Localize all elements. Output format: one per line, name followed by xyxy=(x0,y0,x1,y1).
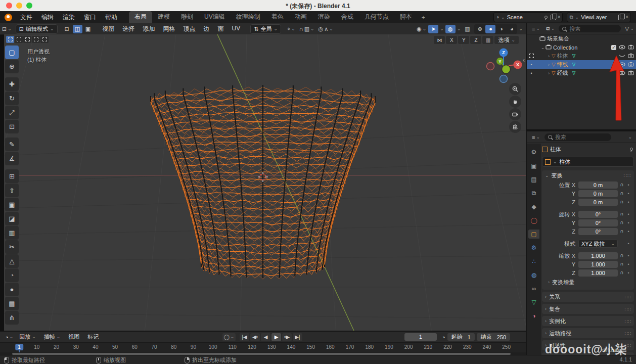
viewport-menu-item[interactable]: 边 xyxy=(200,25,214,33)
disclosure-icon[interactable]: › xyxy=(546,62,552,67)
tool-edge-slide[interactable]: ▤ xyxy=(5,297,19,310)
tool-add-cube[interactable]: ⊞ xyxy=(5,169,19,183)
workspace-tab[interactable]: 几何节点 xyxy=(359,11,394,23)
orientation-dropdown[interactable]: ⇅ 全局 ⌄ xyxy=(250,24,281,34)
sidebar-collapse-arrow[interactable]: ‹ xyxy=(523,57,525,64)
editor-type-button[interactable]: ⊡ ⌄ xyxy=(0,26,14,32)
tool-rip-region[interactable]: ⋔ xyxy=(5,311,19,325)
tool-smooth[interactable]: ● xyxy=(5,283,19,296)
camera-icon[interactable] xyxy=(628,53,634,59)
end-frame-field[interactable]: 结束 250 xyxy=(477,333,510,341)
lock-icon[interactable]: ∪ xyxy=(618,191,626,196)
camera-view-button[interactable] xyxy=(509,108,521,120)
outliner-row-collection[interactable]: ⌄Collection✓ xyxy=(527,43,636,52)
properties-tab-particles[interactable]: ∴ xyxy=(528,257,539,266)
animate-dot[interactable]: • xyxy=(626,200,631,205)
tool-select-box[interactable]: ▢ xyxy=(5,46,19,59)
panel-2[interactable]: ›实例化∷∷ xyxy=(542,316,634,326)
viewport-menu-item[interactable]: 选择 xyxy=(119,25,139,33)
pivot-point-button[interactable]: ⌖ ⌄ xyxy=(285,26,297,32)
pan-viewport-button[interactable] xyxy=(509,96,521,108)
outliner-row-mesh[interactable]: ›▽柱体∇ xyxy=(527,52,636,60)
main-menu-item[interactable]: 帮助 xyxy=(101,13,122,22)
outliner-search[interactable] xyxy=(559,25,621,32)
properties-search-input[interactable] xyxy=(554,133,608,141)
main-menu-item[interactable]: 窗口 xyxy=(79,13,101,22)
mode-dropdown[interactable]: ⊡ 编辑模式 ⌄ xyxy=(16,24,58,34)
shading-solid-button[interactable]: ● xyxy=(485,25,495,33)
checkbox-icon[interactable]: ✓ xyxy=(611,45,616,50)
properties-tab-render[interactable]: ▣ xyxy=(528,161,539,170)
mirror-y-button[interactable]: Y xyxy=(458,36,469,44)
rotation-mode-dropdown[interactable]: XYZ 欧拉⌄ xyxy=(578,240,618,248)
start-frame-field[interactable]: 起始 1 xyxy=(447,333,475,341)
viewport-menu-item[interactable]: UV xyxy=(228,25,245,33)
value-field[interactable]: 1.000 xyxy=(578,261,618,268)
tool-poly-build[interactable]: △ xyxy=(5,254,19,268)
properties-tab-view-layer[interactable]: ⧉ xyxy=(528,189,539,198)
lock-icon[interactable]: ∪ xyxy=(618,229,626,234)
workspace-tab[interactable]: UV编辑 xyxy=(199,11,231,23)
eye-open-icon[interactable] xyxy=(619,70,625,76)
properties-tab-data[interactable]: ▽ xyxy=(528,298,539,307)
lock-icon[interactable]: ∪ xyxy=(618,262,626,267)
animate-dot[interactable]: • xyxy=(626,253,631,258)
tool-measure[interactable]: ∡ xyxy=(5,152,19,165)
properties-editor-type-button[interactable]: ≡ ⌄ xyxy=(530,134,542,140)
lock-icon[interactable]: ∪ xyxy=(618,183,626,188)
tool-move[interactable]: ✚ xyxy=(5,77,19,91)
properties-tab-tool[interactable]: ⚙ xyxy=(528,148,539,157)
drag-mode-button[interactable] xyxy=(32,36,40,43)
workspace-tab[interactable]: 着色 xyxy=(266,11,289,23)
workspace-tab[interactable]: 建模 xyxy=(152,11,175,23)
3d-viewport[interactable]: 用户透视 (1) 柱体 ⋈ X Y Z ▥ 选项 ⌄ ▢⊕✚↻⤢⊡✎∡⊞⇧▣◪▥… xyxy=(4,34,526,331)
face-select-mode[interactable]: ▣ xyxy=(83,25,93,33)
lock-icon[interactable]: ∪ xyxy=(618,253,626,258)
value-field[interactable]: 0° xyxy=(578,228,618,235)
panel-3[interactable]: ›运动路径∷∷ xyxy=(542,328,634,338)
properties-tab-object[interactable]: ▢ xyxy=(528,230,539,239)
copy-icon[interactable] xyxy=(551,15,556,20)
workspace-tab[interactable]: 布局 xyxy=(129,11,152,23)
symmetry-icon[interactable]: ⋈ xyxy=(434,36,445,44)
disclosure-icon[interactable]: › xyxy=(546,54,552,59)
play-button[interactable]: ▶ xyxy=(271,333,281,341)
shading-material-button[interactable]: ◑ xyxy=(496,25,506,33)
panel-0[interactable]: ›关系∷∷ xyxy=(542,292,634,302)
value-field[interactable]: 0 m xyxy=(578,190,618,197)
panel-1[interactable]: ›集合∷∷ xyxy=(542,304,634,314)
camera-icon[interactable] xyxy=(628,70,634,76)
animate-dot[interactable]: • xyxy=(626,212,631,217)
viewport-menu-item[interactable]: 添加 xyxy=(139,25,159,33)
animate-dot[interactable]: • xyxy=(626,241,631,246)
vertex-select-mode[interactable]: ⊡ xyxy=(62,25,72,33)
outliner-search-input[interactable] xyxy=(568,25,617,32)
properties-tab-modifiers[interactable]: ⚙ xyxy=(528,243,539,252)
camera-icon[interactable] xyxy=(628,44,634,51)
current-frame-badge[interactable]: 1 xyxy=(15,344,23,350)
properties-tab-scene[interactable]: ◆ xyxy=(528,202,539,211)
auto-keyframe-button[interactable]: ◯ ⌄ xyxy=(222,333,236,341)
workspace-tab[interactable]: 脚本 xyxy=(394,11,418,23)
outliner-row-scene-collection[interactable]: 场景集合 xyxy=(527,34,636,43)
perspective-toggle-button[interactable] xyxy=(509,121,521,133)
workspace-tab[interactable]: 纹理绘制 xyxy=(231,11,266,23)
close-icon[interactable]: × xyxy=(558,15,561,20)
value-field[interactable]: 0 m xyxy=(578,181,618,189)
pin-icon[interactable] xyxy=(630,148,633,151)
timeline-menu-item[interactable]: 视图 xyxy=(64,333,83,341)
delta-transform-panel-header[interactable]: › 变换增量 xyxy=(542,278,634,287)
disclosure-icon[interactable]: › xyxy=(546,71,552,76)
outliner-display-mode-button[interactable]: ⧉ ⌄ xyxy=(544,25,557,32)
viewport-menu-item[interactable]: 顶点 xyxy=(179,25,200,33)
edge-select-mode[interactable]: ◫ xyxy=(73,25,82,33)
animate-dot[interactable]: • xyxy=(626,270,631,276)
add-workspace-button[interactable]: + xyxy=(418,13,429,23)
drag-mode-button[interactable] xyxy=(23,36,31,43)
drag-mode-button[interactable] xyxy=(40,36,49,43)
jump-to-start-button[interactable]: |◀ xyxy=(240,333,249,341)
timeline-menu-item[interactable]: 标记 xyxy=(83,333,103,341)
tool-scale[interactable]: ⤢ xyxy=(5,106,19,119)
timeline-menu-item[interactable]: 回放⌄ xyxy=(15,333,40,341)
tool-spin[interactable]: ◔ xyxy=(5,268,19,282)
